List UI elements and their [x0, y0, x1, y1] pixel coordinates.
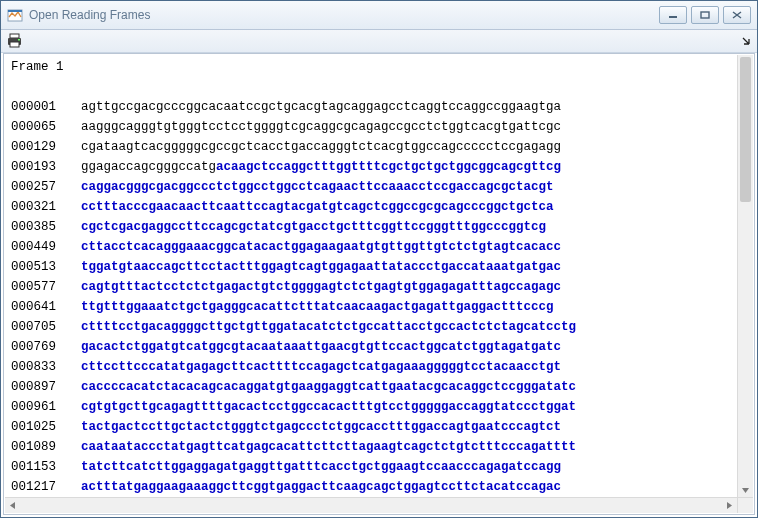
sequence-row: 000193ggagaccagcgggccatgacaagctccaggcttt… — [11, 157, 731, 177]
undock-arrow-icon[interactable] — [740, 35, 752, 47]
offset-value: 000001 — [11, 97, 81, 117]
offset-value: 000257 — [11, 177, 81, 197]
sequence-text: cttacctcacagggaaacggcatacactggagaagaatgt… — [81, 240, 561, 254]
svg-rect-7 — [18, 39, 20, 41]
offset-value: 000385 — [11, 217, 81, 237]
sequence-row: 001025tactgactccttgctactctgggtctgagccctc… — [11, 417, 731, 437]
sequence-text: ggagaccagcgggccatgacaagctccaggctttggtttt… — [81, 160, 561, 174]
sequence-row: 000641ttgtttggaaatctgctgagggcacattctttat… — [11, 297, 731, 317]
sequence-text: tactgactccttgctactctgggtctgagccctctggcac… — [81, 420, 561, 434]
scroll-down-arrow-icon[interactable] — [738, 483, 753, 497]
vertical-scrollbar[interactable] — [737, 55, 753, 497]
sequence-row: 000449cttacctcacagggaaacggcatacactggagaa… — [11, 237, 731, 257]
offset-value: 000641 — [11, 297, 81, 317]
sequence-row: 000897caccccacatctacacagcacaggatgtgaagga… — [11, 377, 731, 397]
sequence-text: caataataccctatgagttcatgagcacattcttcttaga… — [81, 440, 576, 454]
sequence-row: 000257caggacgggcgacggccctctggcctggcctcag… — [11, 177, 731, 197]
offset-value: 000897 — [11, 377, 81, 397]
content-frame: Frame 1 000001agttgccgacgcccggcacaatccgc… — [3, 53, 755, 515]
sequence-text: caggacgggcgacggccctctggcctggcctcagaacttc… — [81, 180, 554, 194]
window-root: Open Reading Frames Frame 1 000001agttgc… — [0, 0, 758, 518]
offset-value: 001025 — [11, 417, 81, 437]
titlebar: Open Reading Frames — [1, 1, 757, 30]
toolbar — [1, 30, 757, 53]
window-buttons — [659, 6, 751, 24]
svg-rect-2 — [669, 16, 677, 18]
offset-value: 000833 — [11, 357, 81, 377]
close-button[interactable] — [723, 6, 751, 24]
offset-value: 000129 — [11, 137, 81, 157]
sequence-row: 000513tggatgtaaccagcttcctactttggagtcagtg… — [11, 257, 731, 277]
sequence-text: cagtgtttactcctctctgagactgtctggggagtctctg… — [81, 280, 561, 294]
sequence-text: cgataagtcacgggggcgccgctcacctgaccagggtctc… — [81, 140, 561, 154]
sequence-text: cgtgtgcttgcagagttttgacactcctggccacactttg… — [81, 400, 576, 414]
offset-value: 000769 — [11, 337, 81, 357]
sequence-row: 000001agttgccgacgcccggcacaatccgctgcacgta… — [11, 97, 731, 117]
sequence-text: ttgtttggaaatctgctgagggcacattctttatcaacaa… — [81, 300, 554, 314]
sequence-text-area: Frame 1 000001agttgccgacgcccggcacaatccgc… — [5, 55, 737, 497]
offset-value: 000513 — [11, 257, 81, 277]
sequence-text: gacactctggatgtcatggcgtacaataaattgaacgtgt… — [81, 340, 561, 354]
sequence-text: cgctcgacgaggccttccagcgctatcgtgacctgctttc… — [81, 220, 546, 234]
sequence-text: caccccacatctacacagcacaggatgtgaaggaggtcat… — [81, 380, 576, 394]
offset-value: 000193 — [11, 157, 81, 177]
offset-value: 000321 — [11, 197, 81, 217]
offset-value: 000961 — [11, 397, 81, 417]
app-icon — [7, 7, 23, 23]
svg-rect-6 — [10, 42, 19, 47]
sequence-row: 000321cctttacccgaacaacttcaattccagtacgatg… — [11, 197, 731, 217]
sequence-row: 000577cagtgtttactcctctctgagactgtctggggag… — [11, 277, 731, 297]
offset-value: 000449 — [11, 237, 81, 257]
horizontal-scrollbar[interactable] — [5, 497, 737, 513]
offset-value: 000065 — [11, 117, 81, 137]
sequence-text: cttttcctgacaggggcttgctgttggatacatctctgcc… — [81, 320, 576, 334]
offset-value: 000577 — [11, 277, 81, 297]
offset-value: 001153 — [11, 457, 81, 477]
offset-value: 000705 — [11, 317, 81, 337]
offset-value: 001089 — [11, 437, 81, 457]
sequence-text: tatcttcatcttggaggagatgaggttgatttcacctgct… — [81, 460, 561, 474]
sequence-row: 000769gacactctggatgtcatggcgtacaataaattga… — [11, 337, 731, 357]
sequence-row: 000961cgtgtgcttgcagagttttgacactcctggccac… — [11, 397, 731, 417]
frame-header: Frame 1 — [11, 57, 731, 77]
sequence-row: 000065aagggcagggtgtgggtcctcctggggtcgcagg… — [11, 117, 731, 137]
sequence-row: 000385cgctcgacgaggccttccagcgctatcgtgacct… — [11, 217, 731, 237]
sequence-row: 000129cgataagtcacgggggcgccgctcacctgaccag… — [11, 137, 731, 157]
vertical-scroll-thumb[interactable] — [740, 57, 751, 202]
scroll-left-arrow-icon[interactable] — [5, 498, 20, 513]
scroll-corner — [737, 497, 753, 513]
sequence-row: 001217actttatgaggaagaaaggcttcggtgaggactt… — [11, 477, 731, 497]
sequence-text: cttccttcccatatgagagcttcacttttccagagctcat… — [81, 360, 561, 374]
maximize-button[interactable] — [691, 6, 719, 24]
scroll-right-arrow-icon[interactable] — [722, 498, 737, 513]
window-title: Open Reading Frames — [29, 8, 659, 22]
sequence-row: 001153tatcttcatcttggaggagatgaggttgatttca… — [11, 457, 731, 477]
svg-rect-3 — [701, 12, 709, 18]
sequence-text: aagggcagggtgtgggtcctcctggggtcgcaggcgcaga… — [81, 120, 561, 134]
sequence-text: actttatgaggaagaaaggcttcggtgaggacttcaagca… — [81, 480, 561, 494]
sequence-row: 000833cttccttcccatatgagagcttcacttttccaga… — [11, 357, 731, 377]
minimize-button[interactable] — [659, 6, 687, 24]
sequence-row: 001089caataataccctatgagttcatgagcacattctt… — [11, 437, 731, 457]
offset-value: 001217 — [11, 477, 81, 497]
sequence-text: cctttacccgaacaacttcaattccagtacgatgtcagct… — [81, 200, 554, 214]
sequence-text: agttgccgacgcccggcacaatccgctgcacgtagcagga… — [81, 100, 561, 114]
svg-rect-4 — [10, 34, 19, 38]
svg-rect-1 — [8, 10, 22, 12]
sequence-text: tggatgtaaccagcttcctactttggagtcagtggagaat… — [81, 260, 561, 274]
print-button[interactable] — [6, 33, 24, 49]
sequence-row: 000705cttttcctgacaggggcttgctgttggatacatc… — [11, 317, 731, 337]
